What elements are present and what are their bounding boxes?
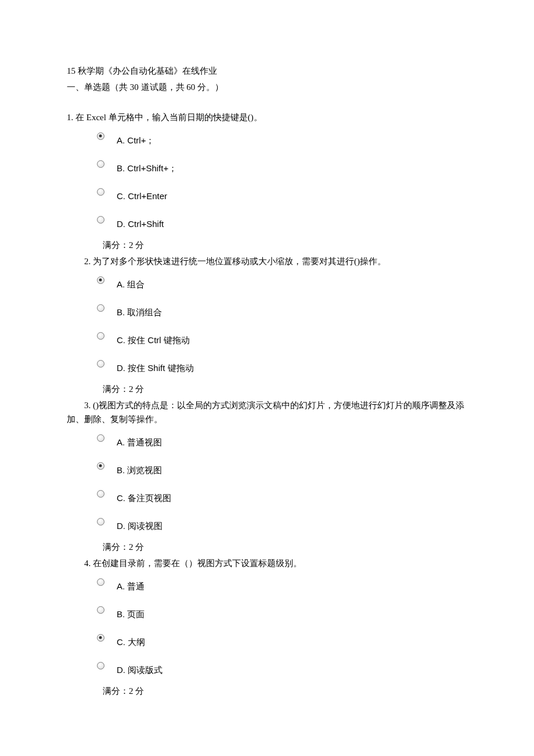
radio-icon [96, 359, 105, 368]
question-4-options: A. 普通 B. 页面 C. 大纲 D. 阅读版式 [67, 573, 467, 684]
question-3-option-d-label: D. 阅读视图 [117, 517, 163, 533]
question-1-options: A. Ctrl+； B. Ctrl+Shift+； C. Ctrl+Enter … [67, 127, 467, 238]
question-4-stem: 4. 在创建目录前，需要在（）视图方式下设置标题级别。 [67, 556, 467, 570]
question-1-option-d-label: D. Ctrl+Shift [117, 215, 164, 231]
question-2-option-a[interactable]: A. 组合 [67, 275, 467, 291]
radio-icon [96, 131, 105, 141]
question-1: 1. 在 Excel 单元格中，输入当前日期的快捷键是()。 A. Ctrl+；… [67, 110, 467, 252]
radio-icon [96, 159, 105, 168]
radio-icon [96, 633, 105, 642]
question-3-option-d[interactable]: D. 阅读视图 [67, 517, 467, 533]
radio-icon [96, 461, 105, 470]
question-3-option-b-label: B. 浏览视图 [117, 461, 162, 477]
question-3-option-c[interactable]: C. 备注页视图 [67, 489, 467, 505]
radio-unchecked-icon [97, 662, 104, 669]
question-2-option-c-label: C. 按住 Ctrl 键拖动 [117, 331, 190, 347]
question-2-option-c[interactable]: C. 按住 Ctrl 键拖动 [67, 331, 467, 347]
question-2: 2. 为了对多个形状快速进行统一地位置移动或大小缩放，需要对其进行()操作。 A… [67, 254, 467, 396]
question-3-options: A. 普通视图 B. 浏览视图 C. 备注页视图 D. 阅读视图 [67, 429, 467, 540]
radio-icon [96, 303, 105, 312]
radio-unchecked-icon [97, 434, 104, 442]
question-2-score: 满分：2 分 [67, 382, 467, 396]
question-4-option-b[interactable]: B. 页面 [67, 605, 467, 621]
radio-checked-icon [97, 132, 104, 140]
question-2-options: A. 组合 B. 取消组合 C. 按住 Ctrl 键拖动 D. 按住 Shift… [67, 271, 467, 382]
question-4-option-b-label: B. 页面 [117, 605, 145, 621]
radio-unchecked-icon [97, 160, 104, 168]
radio-unchecked-icon [97, 578, 104, 586]
question-4-option-d[interactable]: D. 阅读版式 [67, 661, 467, 677]
radio-icon [96, 215, 105, 224]
question-1-stem: 1. 在 Excel 单元格中，输入当前日期的快捷键是()。 [67, 110, 467, 124]
question-3-option-b[interactable]: B. 浏览视图 [67, 461, 467, 477]
radio-icon [96, 489, 105, 498]
radio-icon [96, 605, 105, 614]
question-2-option-b[interactable]: B. 取消组合 [67, 303, 467, 319]
question-2-option-a-label: A. 组合 [117, 275, 145, 291]
question-3-option-c-label: C. 备注页视图 [117, 489, 171, 505]
question-3-option-a-label: A. 普通视图 [117, 433, 162, 449]
question-2-stem: 2. 为了对多个形状快速进行统一地位置移动或大小缩放，需要对其进行()操作。 [67, 254, 467, 268]
question-2-text: 为了对多个形状快速进行统一地位置移动或大小缩放，需要对其进行()操作。 [91, 257, 386, 266]
question-1-text: 在 Excel 单元格中，输入当前日期的快捷键是()。 [73, 113, 262, 122]
radio-icon [96, 661, 105, 670]
question-3-text: ()视图方式的特点是：以全局的方式浏览演示文稿中的幻灯片，方便地进行幻灯片的顺序… [67, 401, 464, 424]
question-2-number: 2. [84, 257, 91, 266]
radio-unchecked-icon [97, 304, 104, 312]
question-3-option-a[interactable]: A. 普通视图 [67, 433, 467, 449]
radio-unchecked-icon [97, 332, 104, 340]
radio-icon [96, 275, 105, 285]
question-1-score: 满分：2 分 [67, 238, 467, 252]
question-1-option-b[interactable]: B. Ctrl+Shift+； [67, 159, 467, 175]
question-1-option-a-label: A. Ctrl+； [117, 131, 154, 147]
question-2-option-b-label: B. 取消组合 [117, 303, 162, 319]
radio-unchecked-icon [97, 360, 104, 368]
question-2-option-d[interactable]: D. 按住 Shift 键拖动 [67, 359, 467, 375]
radio-unchecked-icon [97, 518, 104, 525]
question-4-score: 满分：2 分 [67, 684, 467, 698]
radio-unchecked-icon [97, 490, 104, 498]
question-3: 3. ()视图方式的特点是：以全局的方式浏览演示文稿中的幻灯片，方便地进行幻灯片… [67, 398, 467, 554]
question-4-option-d-label: D. 阅读版式 [117, 661, 163, 677]
question-1-option-a[interactable]: A. Ctrl+； [67, 131, 467, 147]
question-2-option-d-label: D. 按住 Shift 键拖动 [117, 359, 194, 375]
radio-checked-icon [97, 634, 104, 642]
radio-icon [96, 331, 105, 340]
radio-checked-icon [97, 276, 104, 284]
radio-icon [96, 517, 105, 526]
question-3-stem: 3. ()视图方式的特点是：以全局的方式浏览演示文稿中的幻灯片，方便地进行幻灯片… [67, 398, 467, 426]
question-1-option-c-label: C. Ctrl+Enter [117, 187, 167, 203]
question-4-option-a-label: A. 普通 [117, 577, 145, 593]
header-line-1: 15 秋学期《办公自动化基础》在线作业 [67, 64, 467, 78]
radio-icon [96, 433, 105, 442]
question-4: 4. 在创建目录前，需要在（）视图方式下设置标题级别。 A. 普通 B. 页面 … [67, 556, 467, 698]
question-4-text: 在创建目录前，需要在（）视图方式下设置标题级别。 [91, 559, 302, 568]
radio-checked-icon [97, 462, 104, 470]
radio-unchecked-icon [97, 216, 104, 224]
header-line-2: 一、单选题（共 30 道试题，共 60 分。） [67, 80, 467, 94]
radio-icon [96, 187, 105, 196]
question-1-number: 1. [67, 113, 73, 122]
radio-unchecked-icon [97, 188, 104, 196]
radio-unchecked-icon [97, 606, 104, 614]
question-4-number: 4. [84, 559, 91, 568]
radio-icon [96, 577, 105, 586]
question-3-score: 满分：2 分 [67, 540, 467, 554]
question-1-option-b-label: B. Ctrl+Shift+； [117, 159, 177, 175]
question-1-option-d[interactable]: D. Ctrl+Shift [67, 215, 467, 231]
question-4-option-c-label: C. 大纲 [117, 633, 145, 649]
question-3-number: 3. [84, 401, 91, 410]
question-4-option-c[interactable]: C. 大纲 [67, 633, 467, 649]
question-4-option-a[interactable]: A. 普通 [67, 577, 467, 593]
page-content: 15 秋学期《办公自动化基础》在线作业 一、单选题（共 30 道试题，共 60 … [0, 0, 534, 698]
question-1-option-c[interactable]: C. Ctrl+Enter [67, 187, 467, 203]
page-header: 15 秋学期《办公自动化基础》在线作业 一、单选题（共 30 道试题，共 60 … [67, 64, 467, 94]
